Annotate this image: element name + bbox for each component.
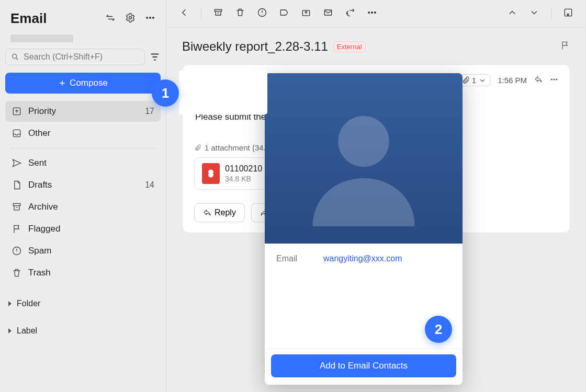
svg-point-13 [368,12,370,14]
sidebar-item-label: Archive [28,202,58,212]
reply-button[interactable]: Reply [194,203,245,222]
add-to-contacts-button[interactable]: Add to Email Contacts [271,354,456,377]
contact-hero [265,73,463,244]
svg-point-18 [551,79,552,80]
inbox-icon [12,128,22,139]
sidebar-item-spam[interactable]: Spam [5,240,161,261]
search-input[interactable]: Search (Ctrl+Shift+F) [5,49,145,65]
search-icon [11,53,19,61]
svg-point-20 [556,79,557,80]
move-button[interactable] [301,7,311,20]
paperclip-icon [194,144,201,152]
sidebar-item-priority[interactable]: Priority 17 [5,101,161,122]
folder-expander[interactable]: Folder [5,293,161,315]
sent-icon [12,158,22,168]
compose-button[interactable]: Compose [5,73,161,94]
more-icon[interactable] [145,13,155,25]
svg-point-1 [146,17,148,18]
toolbar-more-icon[interactable] [367,7,377,20]
to-prefix: To: [222,87,233,96]
sidebar-item-label: Spam [28,246,51,256]
sidebar-item-label: Flagged [28,224,60,234]
switch-account-icon[interactable] [105,13,116,25]
email-sidebar: Email Search (Ctrl+Shift+F) Compose Prio… [0,0,166,392]
contact-footer: Add to Email Contacts [265,349,463,385]
spam-icon [12,246,22,256]
message-meta: 1 1:56 PM [458,74,558,86]
delete-button[interactable] [235,7,245,20]
pdf-file-icon [202,163,220,184]
person-silhouette-icon [296,90,432,226]
svg-rect-6 [13,130,20,136]
subject-row: Biweekly report_2.28-3.11 External [182,39,570,54]
prev-message-button[interactable] [507,7,517,20]
svg-point-0 [129,16,132,19]
sidebar-item-sent[interactable]: Sent [5,153,161,174]
attach-count-value: 1 [472,76,476,85]
report-spam-button[interactable] [257,7,267,20]
sender-block: Vivian <wa To: Me [222,74,269,96]
sidebar-item-label: Other [28,128,51,139]
reply-icon [203,209,211,217]
chevron-right-icon [7,328,13,333]
sidebar-nav: Priority 17 Other Sent Drafts 14 Archive… [5,101,161,283]
svg-point-4 [13,54,17,59]
svg-point-15 [375,12,376,14]
sidebar-item-trash[interactable]: Trash [5,262,161,283]
sidebar-item-flagged[interactable]: Flagged [5,218,161,239]
search-row: Search (Ctrl+Shift+F) [5,49,161,73]
callout-2: 2 [425,316,452,343]
chevron-down-icon [478,76,487,85]
sidebar-item-label: Trash [28,268,51,278]
sidebar-item-label: Drafts [28,180,52,190]
next-message-button[interactable] [529,7,539,20]
priority-icon [12,106,22,117]
sender-name[interactable]: Vivian [222,74,248,85]
add-to-contacts-label: Add to Email Contacts [320,361,408,371]
svg-point-21 [338,116,389,167]
sidebar-header: Email [5,8,161,34]
sidebar-item-count: 14 [145,180,154,190]
expander-label: Label [17,326,37,336]
sidebar-item-archive[interactable]: Archive [5,197,161,217]
recipient-line: To: Me [222,87,269,96]
trash-icon [12,268,22,278]
sidebar-item-count: 17 [145,107,154,116]
contact-email-label: Email [276,254,297,263]
attachment-name: 01100210 [225,164,262,174]
sidebar-controls [105,13,155,25]
message-toolbar [166,0,586,28]
toolbar-divider [201,8,201,19]
back-button[interactable] [179,7,189,20]
sidebar-item-other[interactable]: Other [5,123,161,144]
share-button[interactable] [345,7,355,20]
archive-button[interactable] [213,7,223,20]
svg-point-17 [201,79,207,85]
gear-icon[interactable] [125,13,136,25]
reply-icon[interactable] [534,75,543,85]
label-button[interactable] [279,7,289,20]
sender-avatar[interactable] [194,74,215,95]
svg-rect-12 [324,10,331,15]
sidebar-item-drafts[interactable]: Drafts 14 [5,175,161,195]
chevron-right-icon [7,301,13,306]
contact-email-value[interactable]: wangyiting@xxx.com [323,254,402,263]
mark-read-button[interactable] [323,7,333,20]
attachments-text: 1 attachment (34.8 [205,143,270,152]
label-expander[interactable]: Label [5,320,161,342]
reply-label: Reply [215,208,236,217]
plus-icon [58,79,66,87]
attachment-count[interactable]: 1 [458,74,490,86]
callout-1: 1 [152,79,179,107]
paperclip-icon [461,76,470,85]
svg-point-14 [371,12,373,14]
flag-icon [12,224,22,234]
svg-rect-9 [215,9,221,11]
flag-toggle[interactable] [560,40,570,53]
filter-icon[interactable] [149,51,161,63]
svg-point-2 [150,17,151,18]
archive-icon [12,202,22,212]
message-more-icon[interactable] [550,75,558,85]
sidebar-item-label: Priority [28,106,56,117]
popout-button[interactable] [563,7,573,20]
